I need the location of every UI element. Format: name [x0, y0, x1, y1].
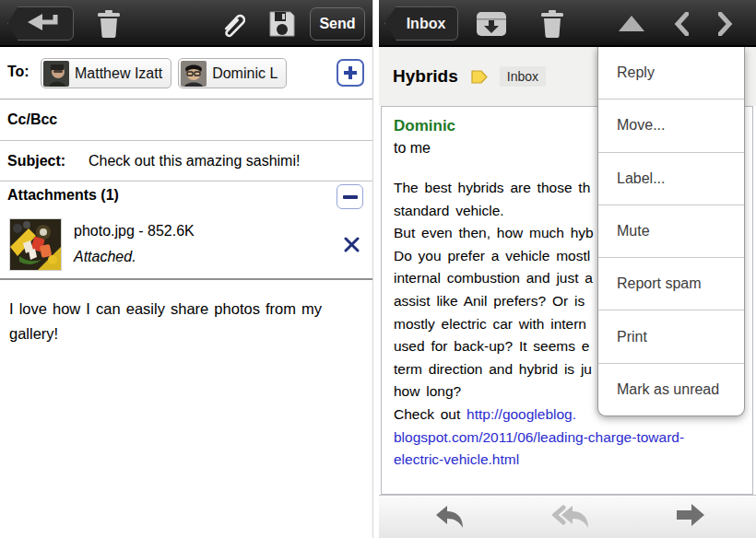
- label-tag-icon: [471, 70, 489, 84]
- archive-icon: [476, 11, 507, 37]
- add-recipient-button[interactable]: [337, 59, 364, 87]
- recipient-chip-dominic[interactable]: Dominic L: [178, 58, 287, 88]
- paperclip-icon: [219, 9, 245, 39]
- collapse-minus-icon: [343, 194, 358, 200]
- cc-bcc-label: Cc/Bcc: [7, 111, 57, 128]
- reader-bottom-bar: [379, 495, 756, 538]
- attachment-filename: photo.jpg - 852.6K: [74, 223, 195, 240]
- reader-panel: Inbox: [379, 0, 756, 538]
- checkout-prefix: Check out: [394, 406, 467, 422]
- subject-value: Check out this amazing sashimi!: [89, 153, 300, 170]
- next-message-button[interactable]: [709, 0, 742, 47]
- attach-file-button[interactable]: [214, 0, 251, 47]
- blog-link-part-2[interactable]: blogspot.com/2011/06/leading-charge-towa…: [394, 427, 753, 450]
- reply-button[interactable]: [434, 503, 466, 536]
- next-chevron-icon: [718, 12, 733, 36]
- recipient-name: Matthew Izatt: [75, 65, 162, 82]
- reply-icon: [434, 503, 466, 532]
- delete-button[interactable]: [534, 0, 571, 47]
- menu-item-mark-as-unread[interactable]: Mark as unread: [598, 364, 744, 415]
- compose-panel: Send To: Matthew Izatt: [0, 0, 373, 538]
- menu-item-mute[interactable]: Mute: [598, 205, 744, 258]
- attachment-status: Attached.: [74, 249, 136, 265]
- menu-up-triangle-icon: [619, 16, 644, 31]
- sender-name[interactable]: Dominic: [394, 117, 455, 135]
- trash-icon: [97, 10, 121, 38]
- recipient-chip-matthew[interactable]: Matthew Izatt: [41, 58, 171, 88]
- reply-all-button[interactable]: [552, 503, 591, 536]
- inbox-back-label: Inbox: [397, 16, 446, 32]
- inbox-back-button[interactable]: Inbox: [384, 6, 458, 41]
- dual-screenshot-canvas: Send To: Matthew Izatt: [0, 0, 756, 538]
- menu-item-print[interactable]: Print: [598, 310, 744, 363]
- subject-label: Subject:: [7, 153, 65, 170]
- inbox-back-button-shape: Inbox: [384, 6, 458, 41]
- delete-draft-button[interactable]: [90, 0, 127, 47]
- back-icon: [20, 12, 61, 36]
- save-icon: [268, 10, 296, 38]
- attachment-row: photo.jpg - 852.6K Attached.: [0, 215, 372, 280]
- avatar: [181, 61, 207, 87]
- back-button[interactable]: [7, 6, 74, 41]
- to-row: To: Matthew Izatt: [0, 47, 372, 99]
- recipient-name: Dominic L: [212, 65, 278, 82]
- send-button[interactable]: Send: [310, 7, 365, 41]
- forward-icon: [676, 503, 705, 527]
- more-actions-button[interactable]: [611, 0, 652, 47]
- collapse-attachments-button[interactable]: [337, 184, 363, 209]
- to-label: To:: [7, 64, 30, 80]
- archive-button[interactable]: [471, 0, 512, 47]
- recipient-line[interactable]: to me: [394, 140, 431, 157]
- blog-link-part-1[interactable]: http://googleblog.: [467, 406, 576, 422]
- blog-link-part-3[interactable]: electric-vehicle.html: [394, 449, 753, 472]
- label-chip-inbox[interactable]: Inbox: [500, 66, 546, 87]
- subject-row[interactable]: Subject: Check out this amazing sashimi!: [0, 141, 372, 181]
- previous-message-button[interactable]: [665, 0, 698, 47]
- compose-body-text[interactable]: I love how I can easily share photos fro…: [9, 297, 350, 346]
- prev-chevron-icon: [674, 12, 689, 36]
- reply-all-icon: [552, 503, 591, 532]
- avatar: [43, 61, 69, 87]
- back-button-shape: [7, 6, 74, 41]
- actions-dropdown-menu: Reply Move... Label... Mute Report spam …: [597, 47, 745, 416]
- add-recipient-plus-icon: [342, 64, 359, 81]
- menu-item-reply[interactable]: Reply: [598, 47, 744, 99]
- remove-attachment-x-icon: [344, 237, 360, 252]
- recipient-chips: Matthew Izatt Dominic L: [41, 58, 287, 88]
- forward-button[interactable]: [676, 503, 705, 531]
- trash-icon: [540, 10, 564, 38]
- attachment-thumbnail[interactable]: [9, 218, 62, 271]
- attachments-label: Attachments (1): [7, 187, 119, 204]
- reader-toolbar: Inbox: [379, 0, 756, 47]
- compose-toolbar: Send: [0, 0, 372, 47]
- save-draft-button[interactable]: [264, 0, 301, 47]
- menu-item-move[interactable]: Move...: [598, 99, 744, 152]
- menu-item-label[interactable]: Label...: [598, 153, 744, 205]
- attachments-header-row: Attachments (1): [0, 181, 372, 215]
- cc-bcc-row[interactable]: Cc/Bcc: [0, 99, 372, 141]
- remove-attachment-button[interactable]: [344, 237, 360, 256]
- menu-item-report-spam[interactable]: Report spam: [598, 258, 744, 310]
- thread-subject: Hybrids: [393, 66, 458, 87]
